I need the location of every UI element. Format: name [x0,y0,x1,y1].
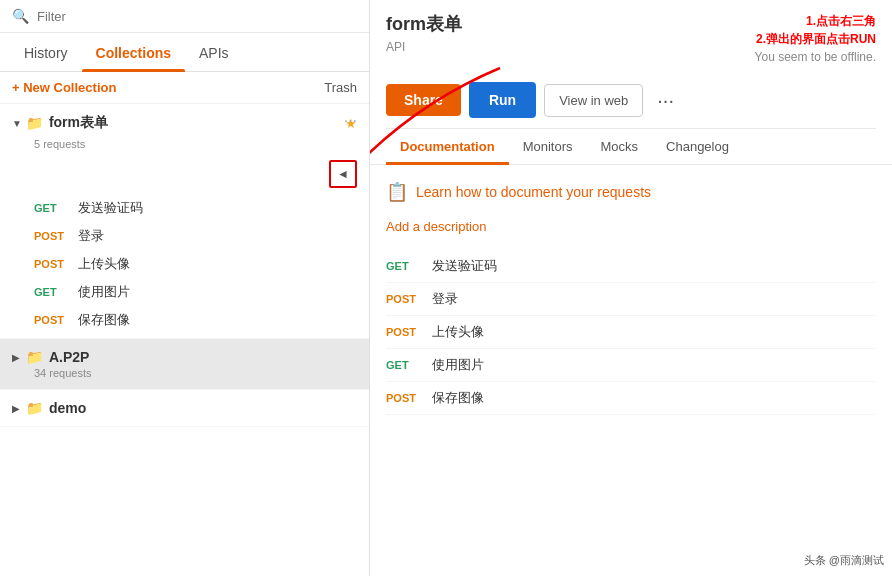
panel-request-row[interactable]: POST 保存图像 [386,382,876,415]
new-collection-button[interactable]: + New Collection [12,80,116,95]
folder-icon: 📁 [26,349,43,365]
tab-collections[interactable]: Collections [82,33,185,71]
doc-icon: 📋 [386,181,408,203]
collection-form-header[interactable]: ▼ 📁 form表单 ★ ··· [0,104,369,138]
panel-content: 📋 Learn how to document your requests Ad… [370,165,892,576]
panel-request-name: 发送验证码 [432,257,497,275]
chevron-right-icon: ▶ [12,352,20,363]
collection-demo-header[interactable]: ▶ 📁 demo [12,400,357,416]
trash-link[interactable]: Trash [324,80,357,95]
run-button[interactable]: Run [469,82,536,118]
sidebar: 🔍 History Collections APIs + New Collect… [0,0,370,576]
method-post-badge: POST [386,293,422,305]
panel-request-row[interactable]: POST 上传头像 [386,316,876,349]
sidebar-tabs: History Collections APIs [0,33,369,72]
panel-request-row[interactable]: GET 使用图片 [386,349,876,382]
method-post-badge: POST [34,230,70,242]
learn-link[interactable]: Learn how to document your requests [416,184,651,200]
more-button[interactable]: ··· [651,89,680,112]
method-get-badge: GET [386,359,422,371]
watermark: 头条 @雨滴测试 [804,553,884,568]
arrow-left-button[interactable]: ◄ [329,160,357,188]
tab-mocks[interactable]: Mocks [586,129,652,164]
method-get-badge: GET [34,286,70,298]
panel-request-name: 保存图像 [432,389,484,407]
collections-list: ▼ 📁 form表单 ★ ··· 5 requests ◄ GET 发送验证码 … [0,104,369,576]
method-post-badge: POST [34,314,70,326]
tab-monitors[interactable]: Monitors [509,129,587,164]
more-icon[interactable]: ··· [344,112,357,130]
request-row[interactable]: POST 保存图像 [34,306,369,334]
share-button[interactable]: Share [386,84,461,116]
collection-ap2p: ▶ 📁 A.P2P 34 requests [0,339,369,390]
panel-request-row[interactable]: POST 登录 [386,283,876,316]
panel-header: form表单 API 1.点击右三角 2.弹出的界面点击RUN You seem… [370,0,892,165]
chevron-down-icon[interactable]: ▼ [12,118,22,129]
collection-form-name: form表单 [49,114,339,132]
collection-ap2p-meta: 34 requests [12,367,357,379]
chevron-right-icon: ▶ [12,403,20,414]
collection-form: ▼ 📁 form表单 ★ ··· 5 requests ◄ GET 发送验证码 … [0,104,369,339]
add-description[interactable]: Add a description [386,219,876,234]
request-row[interactable]: GET 发送验证码 [34,194,369,222]
request-name: 发送验证码 [78,199,143,217]
method-get-badge: GET [386,260,422,272]
view-web-button[interactable]: View in web [544,84,643,117]
request-row[interactable]: GET 使用图片 [34,278,369,306]
panel-request-name: 使用图片 [432,356,484,374]
request-row[interactable]: POST 登录 [34,222,369,250]
request-name: 上传头像 [78,255,130,273]
folder-icon: 📁 [26,400,43,416]
sidebar-actions: + New Collection Trash [0,72,369,104]
search-bar: 🔍 [0,0,369,33]
tab-history[interactable]: History [10,33,82,71]
request-list-form: GET 发送验证码 POST 登录 POST 上传头像 GET 使用图片 POS… [0,192,369,338]
main-panel: form表单 API 1.点击右三角 2.弹出的界面点击RUN You seem… [370,0,892,576]
method-post-badge: POST [386,326,422,338]
api-label: API [386,40,462,54]
action-buttons: Share Run View in web ··· [386,74,876,128]
search-input[interactable] [37,9,357,24]
panel-tabs: Documentation Monitors Mocks Changelog [386,128,876,164]
collection-demo: ▶ 📁 demo [0,390,369,427]
panel-request-row[interactable]: GET 发送验证码 [386,250,876,283]
panel-request-name: 上传头像 [432,323,484,341]
tab-changelog[interactable]: Changelog [652,129,743,164]
collection-form-meta: 5 requests [0,138,369,156]
arrow-btn-wrap: ◄ [0,156,369,192]
panel-request-name: 登录 [432,290,458,308]
request-name: 保存图像 [78,311,130,329]
method-post-badge: POST [386,392,422,404]
method-post-badge: POST [34,258,70,270]
request-name: 登录 [78,227,104,245]
method-get-badge: GET [34,202,70,214]
tab-documentation[interactable]: Documentation [386,129,509,164]
panel-title: form表单 [386,12,462,36]
learn-banner: 📋 Learn how to document your requests [386,181,876,203]
panel-request-list: GET 发送验证码 POST 登录 POST 上传头像 GET 使用图片 POS… [386,250,876,415]
folder-icon: 📁 [26,115,43,131]
annotation-text: 1.点击右三角 2.弹出的界面点击RUN [755,12,876,48]
offline-badge: You seem to be offline. [755,50,876,64]
collection-ap2p-header[interactable]: ▶ 📁 A.P2P [12,349,357,365]
collection-ap2p-name: A.P2P [49,349,357,365]
request-row[interactable]: POST 上传头像 [34,250,369,278]
panel-title-row: form表单 API 1.点击右三角 2.弹出的界面点击RUN You seem… [386,12,876,64]
tab-apis[interactable]: APIs [185,33,243,71]
collection-demo-name: demo [49,400,86,416]
request-name: 使用图片 [78,283,130,301]
search-icon: 🔍 [12,8,29,24]
